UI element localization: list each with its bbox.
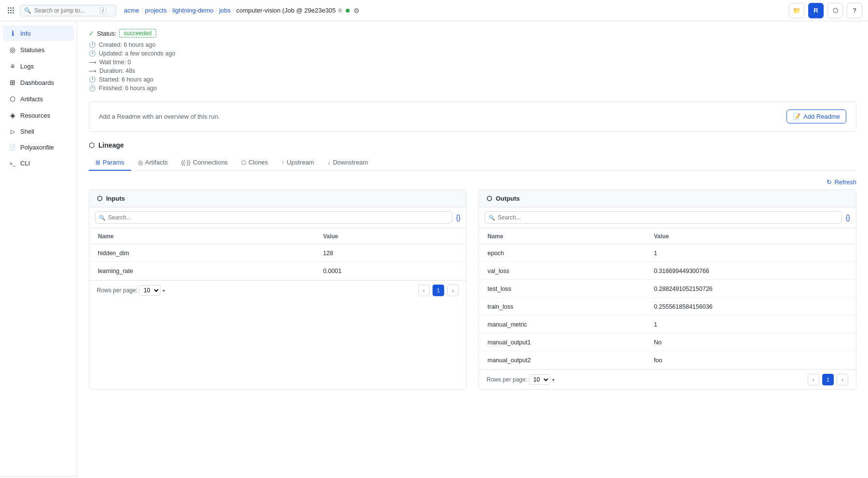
breadcrumb-acme[interactable]: acme <box>124 7 139 14</box>
logs-icon: ≡ <box>9 62 16 70</box>
readme-placeholder: Add a Readme with an overview of this ru… <box>99 113 220 120</box>
input-value: 128 <box>315 245 465 262</box>
outputs-search-input[interactable] <box>485 211 842 224</box>
copy-icon[interactable]: ⎘ <box>339 7 342 14</box>
created-row: 🕐 Created: 6 hours ago <box>89 41 856 48</box>
outputs-json-toggle[interactable]: {} <box>846 214 850 221</box>
sidebar-item-label-polyaxonfile: Polyaxonfile <box>20 144 54 151</box>
status-badge[interactable]: succeeded <box>119 29 156 38</box>
table-row: epoch1 <box>480 245 855 262</box>
sidebar-item-cli[interactable]: >_ CLI <box>3 156 74 171</box>
tab-connections[interactable]: ((·)) Connections <box>175 155 235 171</box>
upstream-tab-icon: ↑ <box>282 159 285 166</box>
inputs-page-1[interactable]: 1 <box>433 285 444 296</box>
outputs-table: Name Value epoch1val_loss0.3186994493007… <box>479 228 856 369</box>
sidebar-item-artifacts[interactable]: ⬡ Artifacts <box>3 91 74 107</box>
output-value: No <box>646 334 855 351</box>
inputs-rows-per-page-select[interactable]: 10 25 50 <box>139 285 161 296</box>
resources-icon: ◈ <box>9 111 16 119</box>
inputs-search-bar: 🔍 {} <box>89 207 466 228</box>
outputs-page-1[interactable]: 1 <box>822 374 834 385</box>
search-box[interactable]: 🔍 / <box>20 5 116 16</box>
lineage-tabs: ⊞ Params ◎ Artifacts ((·)) Connections ⬡… <box>89 155 856 171</box>
help-icon-btn[interactable]: ? <box>847 3 862 18</box>
tab-params[interactable]: ⊞ Params <box>89 155 131 171</box>
add-readme-button[interactable]: 📝 Add Readme <box>787 109 846 123</box>
inputs-title: Inputs <box>106 195 125 202</box>
sidebar-item-logs[interactable]: ≡ Logs <box>3 58 74 74</box>
breadcrumb-jobs[interactable]: jobs <box>219 7 231 14</box>
refresh-button[interactable]: ↻ Refresh <box>827 178 856 186</box>
main-content: ✓ Status: succeeded 🕐 Created: 6 hours a… <box>77 21 868 478</box>
output-name: manual_metric <box>480 316 645 333</box>
outputs-dropdown-icon: ▾ <box>552 377 555 382</box>
inputs-header: ⬡ Inputs <box>89 190 466 207</box>
finished-text: Finished: 6 hours ago <box>99 85 157 92</box>
output-name: manual_output2 <box>480 352 645 369</box>
sidebar-item-statuses[interactable]: ◎ Statuses <box>3 42 74 57</box>
inputs-rows-select: Rows per page: 10 25 50 ▾ <box>97 285 165 296</box>
refresh-icon: ↻ <box>827 178 832 186</box>
artifacts-icon: ⬡ <box>9 95 16 103</box>
started-row: 🕐 Started: 6 hours ago <box>89 76 856 83</box>
breadcrumb-projects[interactable]: projects <box>145 7 167 14</box>
shell-icon: ▷ <box>9 128 16 135</box>
sidebar-item-label-shell: Shell <box>20 128 34 135</box>
sidebar-item-label-artifacts: Artifacts <box>20 96 43 103</box>
breadcrumb-lightning-demo[interactable]: lightning-demo <box>173 7 214 14</box>
inputs-json-toggle[interactable]: {} <box>456 214 461 221</box>
info-icon: ℹ <box>9 29 16 37</box>
sidebar-item-info[interactable]: ℹ Info <box>3 26 74 41</box>
settings-icon[interactable]: ⚙ <box>353 7 360 14</box>
tab-upstream[interactable]: ↑ Upstream <box>275 155 321 171</box>
search-input[interactable] <box>34 7 97 14</box>
output-name: epoch <box>480 245 645 262</box>
tab-clones[interactable]: ⬡ Clones <box>234 155 274 171</box>
outputs-prev-page[interactable]: ‹ <box>808 374 819 385</box>
started-text: Started: 6 hours ago <box>99 76 153 83</box>
inputs-search-input[interactable] <box>95 211 452 224</box>
sidebar-item-shell[interactable]: ▷ Shell <box>3 124 74 139</box>
brand-icon-btn[interactable]: ⬡ <box>827 3 843 18</box>
table-row: hidden_dim128 <box>90 245 465 262</box>
outputs-next-page[interactable]: › <box>837 374 848 385</box>
sidebar-item-resources[interactable]: ◈ Resources <box>3 108 74 123</box>
table-row: learning_rate0.0001 <box>90 263 465 279</box>
clones-tab-icon: ⬡ <box>241 159 246 166</box>
grid-menu-icon[interactable] <box>6 5 16 15</box>
sidebar-item-label-dashboards: Dashboards <box>20 79 54 86</box>
params-grid: ⬡ Inputs 🔍 {} Name Value hidden_dim <box>89 190 856 390</box>
sidebar-item-polyaxonfile[interactable]: 📄 Polyaxonfile <box>3 140 74 155</box>
table-row: test_loss0.2882491052150726 <box>480 281 855 298</box>
downstream-tab-label: Downstream <box>333 159 368 166</box>
inputs-panel: ⬡ Inputs 🔍 {} Name Value hidden_dim <box>89 190 467 390</box>
params-tab-icon: ⊞ <box>95 159 100 166</box>
sidebar-item-dashboards[interactable]: ⊞ Dashboards <box>3 75 74 90</box>
polyaxonfile-icon: 📄 <box>9 144 16 150</box>
user-avatar[interactable]: R <box>808 3 824 18</box>
artifacts-tab-label: Artifacts <box>145 159 168 166</box>
tab-downstream[interactable]: ↓ Downstream <box>321 155 375 171</box>
outputs-rows-per-page-select[interactable]: 10 25 50 <box>529 374 550 385</box>
inputs-prev-page[interactable]: ‹ <box>418 285 430 296</box>
outputs-header: ⬡ Outputs <box>479 190 856 207</box>
clones-tab-label: Clones <box>248 159 268 166</box>
output-name: manual_output1 <box>480 334 645 351</box>
outputs-pagination: Rows per page: 10 25 50 ▾ ‹ 1 › <box>479 369 856 389</box>
sidebar: ℹ Info ◎ Statuses ≡ Logs ⊞ Dashboards ⬡ … <box>0 21 77 478</box>
sidebar-item-label-info: Info <box>20 30 31 37</box>
updated-text: Updated: a few seconds ago <box>99 50 175 57</box>
inputs-next-page[interactable]: › <box>447 285 459 296</box>
tab-artifacts[interactable]: ◎ Artifacts <box>131 155 175 171</box>
check-icon: ✓ <box>89 30 94 37</box>
output-value: 1 <box>646 245 855 262</box>
output-name: val_loss <box>480 263 645 280</box>
inputs-rows-label: Rows per page: <box>97 287 137 294</box>
statuses-icon: ◎ <box>9 46 16 54</box>
finished-row: 🕐 Finished: 6 hours ago <box>89 85 856 92</box>
params-tab-label: Params <box>103 159 124 166</box>
folder-icon-btn[interactable]: 📁 <box>789 3 804 18</box>
output-name: test_loss <box>480 281 645 298</box>
upstream-tab-label: Upstream <box>287 159 314 166</box>
outputs-rows-label: Rows per page: <box>487 376 527 383</box>
